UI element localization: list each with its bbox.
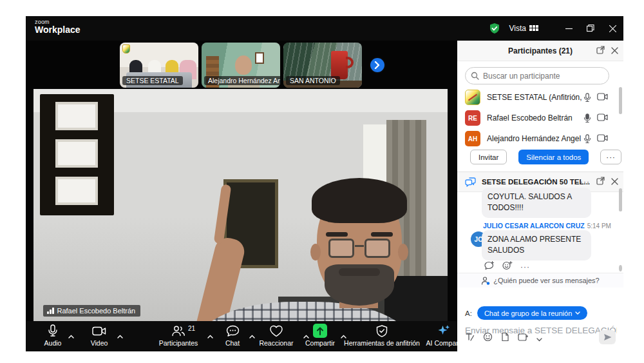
send-message-button[interactable]	[599, 330, 616, 344]
participant-name: SETSE ESTATAL (Anfitrión, yo)	[487, 93, 583, 102]
thumbnail-name-label: SAN ANTONIO	[286, 76, 340, 85]
chevron-right-icon	[374, 61, 381, 69]
participants-count-badge: 21	[188, 325, 195, 332]
audio-button[interactable]: Audio	[39, 324, 67, 347]
chat-button[interactable]: Chat	[218, 324, 247, 347]
participants-label: Participantes	[159, 339, 198, 347]
recipient-selector[interactable]: Chat de grupo de la reunión	[477, 306, 587, 320]
chat-message-bubble[interactable]: COYUTLA. SALUDOS A TODOS!!!!	[482, 188, 591, 218]
close-window-button[interactable]	[601, 16, 623, 41]
chat-bubble-icon	[226, 324, 240, 338]
video-options-chevron[interactable]	[117, 329, 123, 341]
avatar: AH	[465, 131, 480, 146]
minimize-button[interactable]	[558, 16, 580, 41]
participant-row[interactable]: RE Rafael Escobedo Beltrán	[457, 108, 617, 128]
video-label: Video	[91, 339, 108, 347]
sender-name[interactable]: JULIO CESAR ALARCON CRUZ	[483, 222, 585, 230]
privacy-note[interactable]: ¿Quién puede ver sus mensajes?	[457, 273, 623, 288]
host-tools-button[interactable]: Herramientas de anfitrión	[342, 324, 422, 347]
chat-more-icon[interactable]: ···	[580, 177, 590, 186]
avatar: RE	[465, 110, 480, 126]
mic-icon[interactable]	[583, 134, 591, 144]
main-speaker-video[interactable]: Rafael Escobedo Beltrán	[33, 89, 448, 321]
restore-button[interactable]	[580, 16, 601, 41]
grid-view-icon	[529, 25, 538, 32]
format-text-icon[interactable]	[465, 332, 475, 344]
react-label: Reaccionar	[259, 339, 293, 347]
thumbnail-name-label: Alejandro Hernández An...	[204, 76, 280, 85]
chevron-down-icon	[575, 311, 580, 315]
message-more-icon[interactable]: ···	[520, 262, 530, 271]
meeting-toolbar: Audio Video Participantes 21 Chat Reac	[26, 321, 457, 351]
zoom-workplace-logo: zoom Workplace	[35, 19, 80, 35]
chat-scrollbar-dot[interactable]	[619, 265, 622, 271]
mute-all-button[interactable]: Silenciar a todos	[518, 150, 589, 164]
glasses	[328, 239, 354, 258]
connection-signal-icon	[47, 308, 54, 314]
brand-zoom: zoom	[35, 19, 80, 25]
more-actions-button[interactable]: ···	[600, 150, 621, 164]
send-icon	[603, 333, 612, 341]
emoji-icon[interactable]	[483, 332, 493, 344]
camera-icon[interactable]	[597, 93, 608, 101]
camera-icon[interactable]	[597, 113, 608, 121]
chat-scrollbar[interactable]	[619, 188, 622, 211]
participants-scrollbar[interactable]	[619, 87, 622, 114]
audio-options-chevron[interactable]	[68, 329, 74, 341]
participant-name: Rafael Escobedo Beltrán	[487, 113, 583, 123]
more-compose-chevron[interactable]	[536, 333, 542, 344]
video-thumbnail-san-antonio[interactable]: SAN ANTONIO	[283, 43, 362, 88]
thumbnail-name-label: SETSE ESTATAL	[122, 76, 183, 85]
close-participants-icon[interactable]	[611, 45, 618, 57]
react-button[interactable]: Reaccionar	[252, 324, 301, 347]
participant-search[interactable]	[465, 67, 609, 84]
participants-options-chevron[interactable]	[207, 329, 213, 341]
participants-header: Participantes (21)	[457, 41, 623, 61]
camera-icon	[92, 324, 106, 338]
zoom-window: zoom Workplace Vista	[26, 16, 623, 351]
invite-button[interactable]: Invitar	[470, 150, 507, 164]
video-thumbnail-alejandro[interactable]: Alejandro Hernández An...	[202, 43, 280, 88]
video-button[interactable]: Video	[85, 324, 113, 347]
share-button[interactable]: Compartir	[302, 324, 338, 347]
reply-in-thread-icon[interactable]	[484, 261, 495, 273]
brand-workplace: Workplace	[35, 25, 80, 35]
camera-icon[interactable]	[597, 134, 608, 142]
video-thumbnail-setse-estatal[interactable]: SETSE ESTATAL	[120, 43, 198, 88]
chat-panel-icon	[465, 177, 476, 187]
to-label: A:	[465, 309, 472, 317]
side-panel: Participantes (21) SETSE ESTATAL (Anfitr…	[457, 41, 623, 351]
popout-icon[interactable]	[596, 45, 605, 57]
mic-icon[interactable]	[583, 93, 591, 103]
mic-icon[interactable]	[583, 113, 591, 123]
participants-icon	[171, 324, 185, 338]
audio-label: Audio	[44, 339, 62, 347]
security-shield-icon[interactable]	[489, 23, 500, 34]
participant-search-input[interactable]	[483, 72, 592, 81]
who-can-see-icon	[481, 277, 490, 285]
chat-label: Chat	[225, 339, 240, 347]
avatar	[465, 90, 480, 105]
view-button[interactable]: Vista	[509, 24, 538, 33]
message-time: 5:14 PM	[587, 222, 611, 230]
share-label: Compartir	[305, 339, 335, 347]
host-tools-label: Herramientas de anfitrión	[344, 339, 420, 347]
shield-icon	[376, 324, 388, 338]
participant-name: Alejandro Hernández Angel	[487, 134, 583, 143]
view-label: Vista	[509, 24, 526, 33]
speaker-name-tag: Rafael Escobedo Beltrán	[43, 305, 140, 317]
close-chat-icon[interactable]	[611, 176, 618, 188]
participant-row[interactable]: SETSE ESTATAL (Anfitrión, yo)	[457, 87, 617, 108]
recipient-name: Chat de grupo de la reunión	[484, 309, 572, 317]
chat-message-bubble[interactable]: ZONA ALAMO PRESENTE SALUDOS	[482, 230, 591, 260]
share-screen-icon	[313, 324, 327, 338]
next-videos-button[interactable]	[369, 57, 386, 74]
participant-row[interactable]: AH Alejandro Hernández Angel	[457, 128, 617, 149]
participants-button[interactable]: Participantes	[153, 324, 204, 347]
chat-popout-icon[interactable]	[596, 176, 605, 188]
ai-companion-button[interactable]: AI Compani	[424, 324, 457, 347]
heart-icon	[269, 324, 283, 338]
attach-file-icon[interactable]	[501, 332, 509, 344]
screenshot-icon[interactable]	[518, 333, 528, 344]
add-reaction-icon[interactable]	[502, 261, 513, 273]
